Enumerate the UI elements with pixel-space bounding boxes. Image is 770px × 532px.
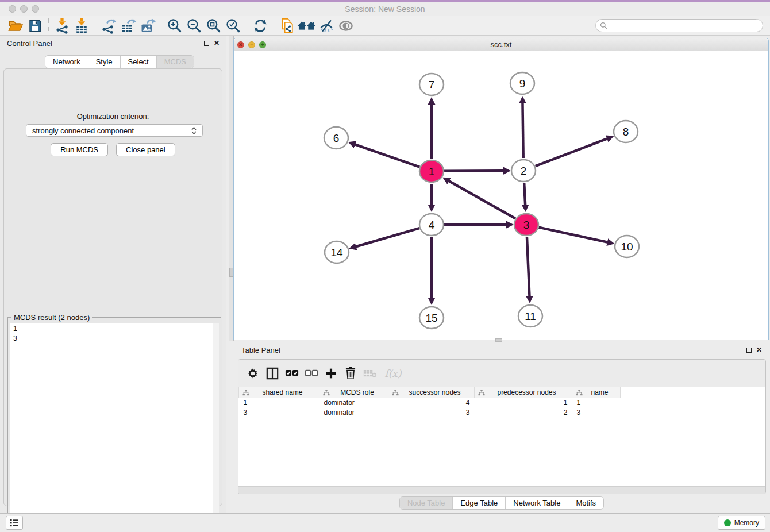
- export-network-icon[interactable]: [99, 17, 118, 34]
- memory-button[interactable]: Memory: [718, 516, 765, 530]
- cell[interactable]: 1: [475, 398, 572, 408]
- tab-style[interactable]: Style: [88, 56, 121, 68]
- export-image-icon[interactable]: [138, 17, 157, 34]
- style-preview-icon[interactable]: [317, 17, 336, 34]
- home-icon[interactable]: [297, 17, 317, 34]
- zoom-fit-icon[interactable]: [204, 17, 224, 34]
- node-1[interactable]: 1: [419, 160, 444, 182]
- vertical-splitter-grip[interactable]: [229, 268, 233, 277]
- application-window: Session: New Session Control Panel ✕ Net…: [0, 0, 770, 532]
- network-window-titlebar[interactable]: ✕ − + scc.txt: [234, 38, 768, 51]
- mcds-result-scrollbar[interactable]: [213, 323, 219, 531]
- memory-label: Memory: [734, 519, 759, 527]
- node-9[interactable]: 9: [510, 72, 534, 94]
- cell[interactable]: 3: [388, 408, 475, 418]
- edge-2-8[interactable]: [536, 138, 608, 166]
- node-6[interactable]: 6: [324, 127, 348, 149]
- node-4[interactable]: 4: [419, 214, 444, 236]
- cell[interactable]: 2: [475, 408, 572, 418]
- zoom-out-icon[interactable]: [184, 17, 204, 34]
- network-canvas[interactable]: 1234678910111415: [234, 51, 768, 340]
- node-10[interactable]: 10: [615, 236, 639, 257]
- zoom-selected-icon[interactable]: [224, 17, 243, 34]
- node-8[interactable]: 8: [614, 121, 638, 142]
- svg-text:2: 2: [521, 165, 527, 177]
- mcds-result-text[interactable]: 1 3: [10, 323, 219, 531]
- refresh-icon[interactable]: [251, 17, 270, 34]
- close-panel-button[interactable]: Close panel: [116, 143, 175, 156]
- node-7[interactable]: 7: [419, 74, 444, 95]
- node-11[interactable]: 11: [518, 305, 542, 327]
- deselect-all-columns-icon[interactable]: [303, 365, 320, 382]
- delete-column-icon[interactable]: [342, 365, 359, 382]
- tab-network[interactable]: Network: [45, 56, 88, 68]
- float-table-panel-icon[interactable]: [746, 348, 752, 353]
- search-box[interactable]: [595, 19, 763, 32]
- import-table-icon[interactable]: [72, 17, 91, 34]
- tab-motifs[interactable]: Motifs: [568, 497, 603, 509]
- attributes-gear-icon[interactable]: [244, 365, 261, 382]
- node-15[interactable]: 15: [419, 307, 444, 329]
- duplicate-network-icon[interactable]: [278, 17, 297, 34]
- cell[interactable]: dominator: [319, 408, 388, 418]
- svg-text:10: 10: [621, 241, 633, 253]
- save-session-icon[interactable]: [25, 17, 45, 34]
- select-all-columns-icon[interactable]: [283, 365, 301, 382]
- task-history-button[interactable]: [6, 516, 23, 530]
- node-table-container: f(x) shared nameMCDS rolesuccessor nodes…: [238, 359, 766, 494]
- node-3[interactable]: 3: [514, 214, 538, 236]
- tab-node-table[interactable]: Node Table: [400, 497, 453, 509]
- search-icon: [600, 22, 607, 29]
- search-input[interactable]: [610, 22, 763, 30]
- memory-status-icon: [724, 519, 731, 526]
- mcds-panel: Optimization criterion: strongly connect…: [3, 68, 222, 506]
- edge-3-10[interactable]: [538, 228, 607, 242]
- export-table-icon[interactable]: [118, 17, 138, 34]
- node-2[interactable]: 2: [511, 160, 536, 182]
- tab-network-table[interactable]: Network Table: [506, 497, 568, 509]
- open-session-icon[interactable]: [6, 17, 25, 34]
- import-network-icon[interactable]: [52, 17, 72, 34]
- edge-4-14[interactable]: [356, 228, 419, 246]
- column-header-shared-name[interactable]: shared name: [239, 387, 319, 398]
- cell[interactable]: 4: [388, 398, 475, 408]
- table-panel: Table Panel ✕ f(x) shared nameMCDS roles…: [233, 342, 770, 513]
- toolbar-separator: [161, 18, 161, 33]
- column-header-MCDS-role[interactable]: MCDS role: [319, 387, 388, 398]
- table-scroll-strip[interactable]: [238, 486, 765, 494]
- toolbar-separator: [48, 18, 49, 33]
- cell[interactable]: 3: [572, 408, 621, 418]
- cell[interactable]: 1: [239, 398, 319, 408]
- toolbar-separator: [274, 18, 274, 33]
- zoom-in-icon[interactable]: [165, 17, 184, 34]
- horizontal-splitter-grip[interactable]: [495, 338, 502, 342]
- cell[interactable]: 3: [239, 408, 319, 418]
- node-14[interactable]: 14: [325, 241, 349, 263]
- cell[interactable]: 1: [572, 398, 621, 408]
- table-row[interactable]: 3dominator323: [239, 408, 766, 418]
- cell[interactable]: dominator: [319, 398, 388, 408]
- split-panel-icon[interactable]: [264, 365, 281, 382]
- add-column-icon[interactable]: [322, 365, 340, 382]
- network-window-title: scc.txt: [234, 40, 768, 49]
- table-row[interactable]: 1dominator411: [239, 398, 766, 408]
- tab-edge-table[interactable]: Edge Table: [453, 497, 506, 509]
- edge-1-2[interactable]: [444, 171, 504, 171]
- close-panel-icon[interactable]: ✕: [214, 40, 220, 47]
- optimization-dropdown[interactable]: strongly connected component: [26, 124, 203, 137]
- svg-text:7: 7: [429, 79, 435, 91]
- column-header-successor-nodes[interactable]: successor nodes: [388, 387, 475, 398]
- float-panel-icon[interactable]: [204, 41, 209, 46]
- run-mcds-button[interactable]: Run MCDS: [51, 143, 108, 156]
- edge-3-11[interactable]: [527, 237, 530, 296]
- edge-3-1[interactable]: [449, 181, 515, 219]
- close-table-panel-icon[interactable]: ✕: [756, 346, 762, 353]
- edge-2-3[interactable]: [524, 183, 525, 205]
- status-bar: Memory: [0, 513, 770, 532]
- column-header-predecessor-nodes[interactable]: predecessor nodes: [475, 387, 572, 398]
- edge-2-9[interactable]: [522, 103, 523, 158]
- column-header-name[interactable]: name: [572, 387, 621, 398]
- tab-select[interactable]: Select: [121, 56, 157, 68]
- edge-1-6[interactable]: [355, 144, 419, 167]
- tab-mcds[interactable]: MCDS: [157, 56, 194, 68]
